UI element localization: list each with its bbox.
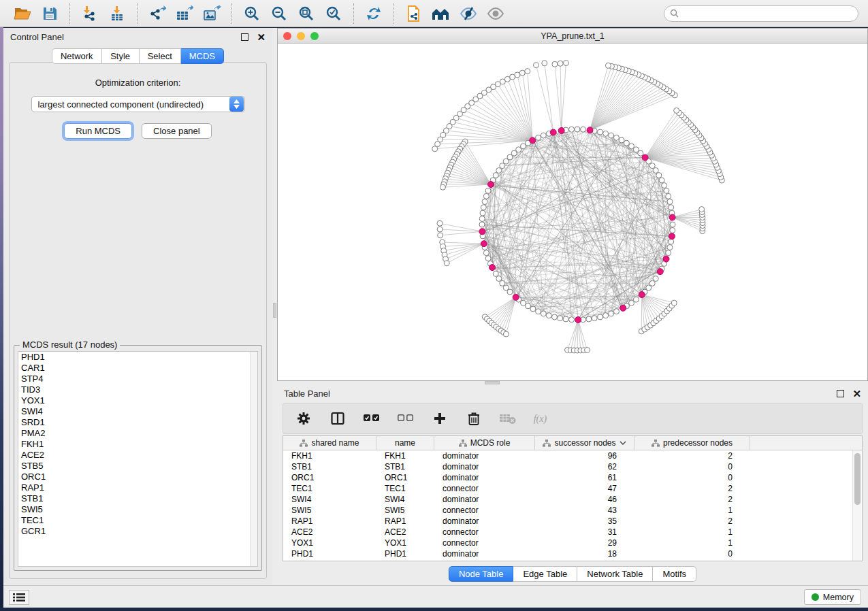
network-node[interactable] (613, 135, 619, 140)
network-node[interactable] (500, 280, 505, 286)
network-node[interactable] (483, 250, 489, 256)
open-file-icon[interactable] (11, 3, 34, 24)
table-row[interactable]: SWI4SWI4dominator462 (283, 494, 852, 505)
mcds-hub-node[interactable] (513, 294, 519, 300)
zoom-in-icon[interactable] (240, 3, 263, 24)
mcds-hub-node[interactable] (587, 127, 593, 133)
mcds-result-item[interactable]: YOX1 (18, 395, 257, 406)
mcds-hub-node[interactable] (489, 265, 496, 271)
network-node[interactable] (437, 220, 443, 226)
export-table-icon[interactable] (173, 3, 196, 24)
network-node[interactable] (432, 146, 438, 152)
mcds-result-item[interactable]: TEC1 (18, 515, 257, 526)
network-node[interactable] (511, 150, 517, 156)
network-node[interactable] (664, 188, 669, 193)
network-window-titlebar[interactable]: YPA_prune.txt_1 (278, 29, 867, 44)
network-node[interactable] (629, 300, 634, 306)
network-node[interactable] (480, 210, 485, 216)
network-node[interactable] (598, 129, 603, 135)
network-node[interactable] (519, 70, 525, 76)
network-node[interactable] (609, 311, 614, 316)
mcds-hub-node[interactable] (663, 256, 669, 262)
tab-style[interactable]: Style (102, 48, 140, 64)
network-node[interactable] (624, 140, 629, 146)
tab-network-table[interactable]: Network Table (577, 566, 653, 582)
network-node[interactable] (493, 271, 498, 276)
network-node[interactable] (670, 227, 675, 233)
first-neighbors-icon[interactable] (430, 3, 453, 24)
network-node[interactable] (619, 137, 624, 143)
network-node[interactable] (585, 347, 590, 352)
network-node[interactable] (638, 150, 643, 156)
network-node[interactable] (659, 178, 664, 183)
show-all-icon[interactable] (484, 3, 507, 24)
mcds-hub-node[interactable] (488, 182, 494, 188)
network-node[interactable] (541, 133, 546, 138)
mcds-hub-node[interactable] (669, 233, 675, 240)
network-node[interactable] (520, 144, 526, 149)
export-network-icon[interactable] (146, 3, 169, 24)
network-node[interactable] (479, 222, 485, 227)
network-node[interactable] (580, 127, 585, 132)
network-node[interactable] (520, 300, 526, 306)
column-layout-icon[interactable] (328, 408, 347, 429)
table-row[interactable]: STB1STB1dominator620 (283, 461, 852, 472)
network-graph[interactable] (278, 44, 867, 380)
network-node[interactable] (552, 61, 558, 67)
network-node[interactable] (656, 173, 662, 178)
mcds-hub-node[interactable] (575, 316, 581, 323)
table-scrollbar[interactable] (852, 450, 862, 561)
mcds-hub-node[interactable] (642, 154, 648, 161)
network-node[interactable] (541, 311, 546, 316)
mcds-result-item[interactable]: FKH1 (18, 439, 257, 450)
close-panel-icon[interactable]: ✕ (257, 33, 266, 41)
network-node[interactable] (483, 193, 489, 199)
network-node[interactable] (507, 289, 513, 295)
column-header-MCDS-role[interactable]: MCDS role (434, 436, 535, 450)
mcds-result-item[interactable]: ACE2 (18, 450, 257, 461)
network-node[interactable] (667, 245, 673, 250)
network-node[interactable] (485, 188, 491, 193)
mcds-result-item[interactable]: ORC1 (18, 472, 257, 482)
tab-motifs[interactable]: Motifs (653, 566, 696, 582)
add-column-icon[interactable] (430, 408, 449, 429)
network-node[interactable] (536, 309, 541, 314)
network-node[interactable] (670, 222, 675, 227)
mcds-hub-node[interactable] (558, 127, 564, 133)
vertical-splitter[interactable] (272, 28, 277, 585)
column-header-name[interactable]: name (376, 436, 434, 450)
network-node[interactable] (526, 303, 531, 309)
mcds-result-item[interactable]: STB5 (18, 461, 257, 472)
network-node[interactable] (613, 309, 619, 314)
hide-selected-icon[interactable] (457, 3, 480, 24)
network-node[interactable] (533, 63, 539, 68)
zoom-fit-icon[interactable] (295, 3, 318, 24)
network-node[interactable] (516, 147, 521, 152)
network-node[interactable] (666, 250, 671, 256)
network-node[interactable] (569, 317, 575, 323)
network-node[interactable] (481, 205, 486, 210)
search-box[interactable] (664, 5, 858, 22)
network-node[interactable] (605, 63, 611, 68)
network-node[interactable] (479, 216, 485, 222)
network-node[interactable] (646, 285, 652, 291)
network-node[interactable] (609, 133, 614, 138)
network-node[interactable] (592, 316, 597, 321)
network-node[interactable] (653, 276, 658, 282)
select-all-icon[interactable] (362, 408, 381, 429)
tab-network[interactable]: Network (52, 48, 102, 64)
network-node[interactable] (569, 127, 575, 132)
network-node[interactable] (633, 297, 639, 302)
run-mcds-button[interactable]: Run MCDS (64, 123, 132, 139)
zoom-out-icon[interactable] (268, 3, 291, 24)
network-node[interactable] (563, 316, 568, 322)
mcds-result-item[interactable]: SRD1 (18, 417, 257, 428)
table-row[interactable]: ORC1ORC1dominator610 (283, 472, 852, 483)
network-node[interactable] (558, 61, 563, 66)
mcds-result-item[interactable]: SWI4 (18, 406, 257, 417)
network-node[interactable] (653, 167, 658, 173)
network-node[interactable] (649, 280, 655, 286)
network-node[interactable] (598, 314, 603, 320)
network-node[interactable] (482, 199, 487, 204)
network-node[interactable] (542, 61, 547, 66)
